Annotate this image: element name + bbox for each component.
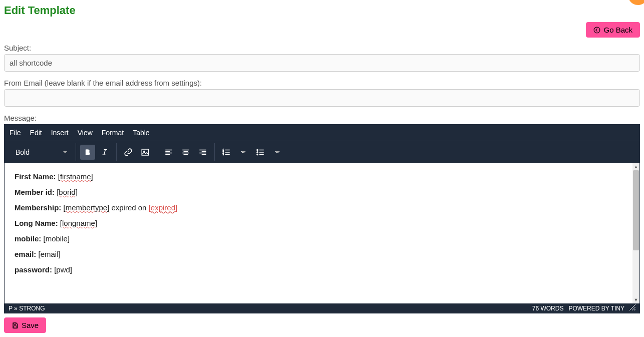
- page-title: Edit Template: [4, 4, 640, 17]
- editor-scrollbar[interactable]: ▲ ▼: [632, 163, 639, 303]
- content-line: Member id: [borid]: [15, 188, 629, 196]
- link-button[interactable]: [121, 145, 136, 160]
- editor-content[interactable]: First Name: [firstname] Member id: [bori…: [5, 163, 639, 303]
- save-icon: [12, 322, 19, 329]
- italic-button[interactable]: [97, 145, 112, 160]
- subject-label: Subject:: [4, 44, 640, 52]
- message-label: Message:: [4, 114, 640, 122]
- align-left-icon: [164, 148, 173, 157]
- menu-insert[interactable]: Insert: [51, 129, 69, 137]
- align-right-icon: [198, 148, 207, 157]
- editor-body-wrap: First Name: [firstname] Member id: [bori…: [5, 163, 639, 303]
- powered-by: POWERED BY TINY: [568, 305, 624, 312]
- menu-file[interactable]: File: [10, 129, 21, 137]
- resize-icon: [629, 304, 635, 310]
- content-line: email: [email]: [15, 250, 629, 258]
- from-email-input[interactable]: [4, 89, 640, 107]
- menu-edit[interactable]: Edit: [30, 129, 42, 137]
- editor-menubar: File Edit Insert View Format Table: [5, 125, 639, 141]
- rich-text-editor: File Edit Insert View Format Table Bold: [4, 124, 640, 313]
- italic-icon: [100, 148, 109, 157]
- chevron-down-icon: [275, 150, 280, 155]
- content-line: password: [pwd]: [15, 265, 629, 274]
- numbered-list-icon: 123: [222, 148, 231, 157]
- svg-point-7: [257, 152, 258, 153]
- chevron-down-icon: [241, 150, 246, 155]
- align-center-button[interactable]: [178, 145, 193, 160]
- image-button[interactable]: [138, 145, 153, 160]
- chevron-down-icon: [63, 150, 68, 155]
- bold-button[interactable]: [80, 145, 95, 160]
- svg-point-0: [594, 27, 600, 33]
- scroll-up-icon: ▲: [633, 164, 638, 169]
- save-row: Save: [4, 317, 640, 333]
- resize-handle[interactable]: [629, 304, 635, 312]
- bullet-list-button[interactable]: [253, 145, 268, 160]
- svg-point-6: [257, 149, 258, 151]
- scrollbar-thumb[interactable]: [633, 170, 639, 250]
- go-back-button[interactable]: Go Back: [586, 22, 640, 38]
- content-line: Long Name: [longname]: [15, 219, 629, 227]
- numbered-list-dropdown[interactable]: [236, 145, 251, 160]
- menu-view[interactable]: View: [78, 129, 93, 137]
- numbered-list-button[interactable]: 123: [219, 145, 234, 160]
- svg-point-8: [257, 154, 258, 155]
- image-icon: [141, 148, 150, 157]
- status-path[interactable]: P » STRONG: [9, 305, 45, 312]
- subject-input[interactable]: [4, 54, 640, 72]
- content-line: mobile: [mobile]: [15, 234, 629, 243]
- svg-rect-9: [14, 322, 16, 324]
- top-actions: Go Back: [4, 22, 640, 38]
- align-right-button[interactable]: [195, 145, 210, 160]
- svg-rect-1: [142, 149, 149, 155]
- font-style-value: Bold: [16, 148, 30, 156]
- arrow-left-circle-icon: [593, 27, 600, 34]
- bullet-list-dropdown[interactable]: [270, 145, 285, 160]
- content-line: First Name: [firstname]: [15, 172, 629, 181]
- from-email-label: From Email (leave blank if the email add…: [4, 79, 640, 87]
- editor-toolbar: Bold: [5, 141, 639, 163]
- align-left-button[interactable]: [161, 145, 176, 160]
- link-icon: [124, 148, 133, 157]
- scroll-down-icon: ▼: [633, 297, 638, 302]
- svg-rect-10: [14, 325, 17, 328]
- go-back-label: Go Back: [603, 26, 632, 34]
- align-center-icon: [181, 148, 190, 157]
- bold-icon: [83, 148, 92, 157]
- word-count: 76 WORDS: [532, 305, 564, 312]
- save-button[interactable]: Save: [4, 317, 46, 333]
- font-style-select[interactable]: Bold: [12, 146, 72, 158]
- editor-statusbar: P » STRONG 76 WORDS POWERED BY TINY: [5, 303, 639, 313]
- svg-text:3: 3: [223, 153, 224, 156]
- bullet-list-icon: [256, 148, 265, 157]
- menu-table[interactable]: Table: [133, 129, 149, 137]
- save-label: Save: [22, 321, 39, 329]
- menu-format[interactable]: Format: [102, 129, 124, 137]
- content-line: Membership: [membertype] expired on [exp…: [15, 203, 629, 212]
